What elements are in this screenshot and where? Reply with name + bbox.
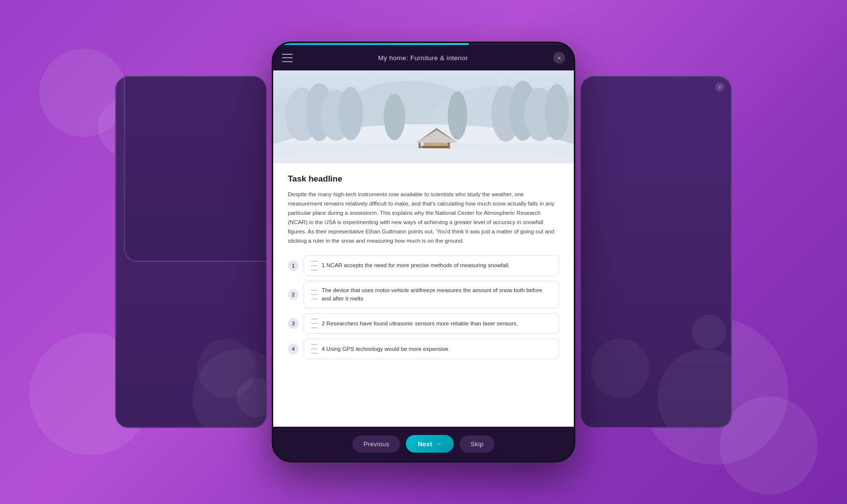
svg-rect-23	[421, 146, 447, 148]
content-body: Task headline Despite the many high-tech…	[273, 163, 574, 427]
answer-text-3: 2 Researchers have found ultrasonic sens…	[322, 320, 518, 328]
menu-icon[interactable]	[282, 54, 293, 62]
answer-row-1: 1 1 NCAR accepts the need for more preci…	[288, 255, 559, 276]
answer-text-4: 4 Using GPS technology would be more exp…	[322, 345, 448, 353]
answer-box-1[interactable]: 1 NCAR accepts the need for more precise…	[304, 255, 559, 276]
answer-number-3: 3	[288, 318, 299, 329]
drag-handle-1	[311, 261, 318, 271]
close-icon: ×	[557, 54, 561, 62]
svg-point-11	[339, 87, 363, 140]
drag-handle-2	[311, 290, 318, 299]
navigation-bar: Previous Next → Skip	[273, 427, 574, 461]
progress-bar	[273, 43, 574, 45]
next-arrow-icon: →	[435, 440, 442, 448]
next-label: Next	[418, 440, 432, 448]
answer-list: 1 1 NCAR accepts the need for more preci…	[288, 255, 559, 360]
svg-point-15	[545, 84, 569, 140]
answer-number-2: 2	[288, 289, 299, 300]
svg-point-16	[384, 93, 405, 140]
answer-text-2: The device that uses motor-vehicle antif…	[322, 286, 552, 303]
header-title: My home: Furniture & interior	[378, 54, 468, 62]
tablet-header: My home: Furniture & interior ×	[273, 45, 574, 70]
drag-handle-4	[311, 344, 318, 354]
skip-button[interactable]: Skip	[460, 435, 494, 453]
tablet-wrapper: × × My home: Furniture & inte	[272, 42, 575, 462]
drag-handle-3	[311, 319, 318, 328]
hero-image	[273, 70, 574, 163]
previous-button[interactable]: Previous	[353, 435, 400, 453]
answer-box-3[interactable]: 2 Researchers have found ultrasonic sens…	[304, 313, 559, 334]
answer-number-1: 1	[288, 260, 299, 271]
svg-point-17	[448, 92, 468, 140]
tablet-content: Task headline Despite the many high-tech…	[273, 70, 574, 427]
answer-row-4: 4 4 Using GPS technology would be more e…	[288, 339, 559, 359]
answer-number-4: 4	[288, 344, 299, 354]
answer-text-1: 1 NCAR accepts the need for more precise…	[322, 261, 510, 270]
answer-box-2[interactable]: The device that uses motor-vehicle antif…	[304, 281, 559, 309]
tablet-side-right: ×	[580, 76, 732, 428]
answer-row-3: 3 2 Researchers have found ultrasonic se…	[288, 313, 559, 334]
main-tablet: My home: Furniture & interior ×	[272, 42, 575, 462]
next-button[interactable]: Next →	[406, 435, 454, 453]
task-headline: Task headline	[288, 174, 559, 184]
close-button[interactable]: ×	[553, 52, 565, 64]
task-description: Despite the many high-tech instruments n…	[288, 190, 559, 246]
tablet-side-left: ×	[115, 76, 267, 428]
progress-fill	[273, 43, 469, 45]
snow-scene-svg	[273, 70, 574, 163]
answer-box-4[interactable]: 4 Using GPS technology would be more exp…	[304, 339, 559, 359]
answer-row-2: 2 The device that uses motor-vehicle ant…	[288, 281, 559, 309]
